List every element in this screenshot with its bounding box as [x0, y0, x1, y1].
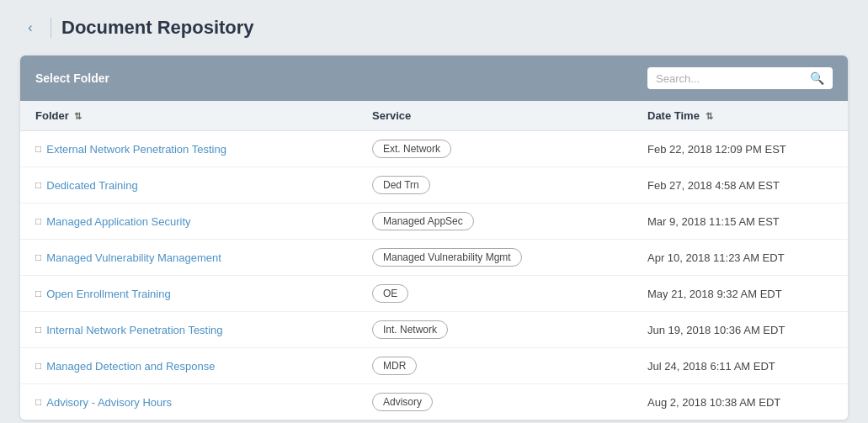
table-row[interactable]: □ Internal Network Penetration Testing I…: [20, 312, 848, 348]
service-cell: Advisory: [372, 393, 647, 411]
table-row[interactable]: □ Advisory - Advisory Hours Advisory Aug…: [20, 384, 848, 420]
date-cell: Feb 22, 2018 12:09 PM EST: [647, 143, 833, 156]
service-cell: Managed AppSec: [372, 212, 647, 230]
date-cell: Mar 9, 2018 11:15 AM EST: [647, 215, 833, 228]
date-cell: Feb 27, 2018 4:58 AM EST: [647, 179, 833, 192]
folder-link[interactable]: Managed Application Security: [46, 215, 190, 228]
table-row[interactable]: □ External Network Penetration Testing E…: [20, 131, 848, 167]
page-header: ‹ Document Repository: [20, 17, 848, 39]
service-cell: Managed Vulnerability Mgmt: [372, 248, 647, 267]
folder-icon: □: [35, 396, 41, 408]
table-row[interactable]: □ Open Enrollment Training OE May 21, 20…: [20, 276, 848, 312]
page-wrapper: ‹ Document Repository Select Folder 🔍 Fo…: [0, 0, 868, 423]
folder-icon: □: [35, 360, 41, 372]
folder-icon: □: [35, 215, 41, 227]
card-header-title: Select Folder: [35, 71, 109, 85]
service-badge: MDR: [372, 357, 417, 375]
folder-link[interactable]: Advisory - Advisory Hours: [46, 396, 172, 409]
service-cell: Int. Network: [372, 320, 647, 339]
folder-link[interactable]: Internal Network Penetration Testing: [46, 324, 222, 336]
search-box: 🔍: [647, 67, 833, 89]
folder-cell: □ Managed Vulnerability Management: [35, 251, 372, 264]
service-cell: OE: [372, 284, 647, 303]
search-icon: 🔍: [810, 71, 824, 85]
service-badge: Ext. Network: [372, 140, 451, 158]
service-cell: Ded Trn: [372, 176, 647, 194]
card-header: Select Folder 🔍: [20, 56, 848, 101]
service-badge: Int. Network: [372, 320, 448, 339]
folder-icon: □: [35, 143, 41, 155]
table-row[interactable]: □ Managed Detection and Response MDR Jul…: [20, 348, 848, 384]
folder-cell: □ Dedicated Training: [35, 179, 372, 192]
table-row[interactable]: □ Managed Application Security Managed A…: [20, 204, 848, 240]
service-cell: MDR: [372, 357, 647, 375]
date-cell: Jun 19, 2018 10:36 AM EDT: [647, 324, 833, 336]
service-badge: Managed Vulnerability Mgmt: [372, 248, 522, 267]
service-badge: Managed AppSec: [372, 212, 474, 230]
back-button[interactable]: ‹: [20, 18, 40, 38]
table-header: Folder ⇅ Service Date Time ⇅: [20, 101, 848, 131]
folder-link[interactable]: Dedicated Training: [46, 179, 137, 192]
service-badge: OE: [372, 284, 408, 303]
header-divider: [51, 18, 51, 38]
folder-link[interactable]: External Network Penetration Testing: [46, 143, 226, 156]
folder-icon: □: [35, 179, 41, 191]
column-header-folder[interactable]: Folder ⇅: [35, 109, 372, 122]
date-cell: May 21, 2018 9:32 AM EDT: [647, 288, 833, 300]
folder-icon: □: [35, 288, 41, 299]
folder-cell: □ Open Enrollment Training: [35, 288, 372, 300]
table-row[interactable]: □ Managed Vulnerability Management Manag…: [20, 240, 848, 276]
datetime-sort-icon: ⇅: [706, 111, 713, 121]
folder-icon: □: [35, 324, 41, 336]
date-cell: Apr 10, 2018 11:23 AM EDT: [647, 251, 833, 264]
page-title: Document Repository: [61, 17, 254, 39]
date-cell: Jul 24, 2018 6:11 AM EDT: [647, 360, 833, 373]
folder-cell: □ External Network Penetration Testing: [35, 143, 372, 156]
service-badge: Advisory: [372, 393, 433, 411]
folder-link[interactable]: Managed Detection and Response: [46, 360, 215, 373]
date-cell: Aug 2, 2018 10:38 AM EDT: [647, 396, 833, 409]
folder-link[interactable]: Open Enrollment Training: [46, 288, 170, 300]
service-badge: Ded Trn: [372, 176, 430, 194]
table-body: □ External Network Penetration Testing E…: [20, 131, 848, 420]
folder-link[interactable]: Managed Vulnerability Management: [46, 251, 221, 264]
column-header-service: Service: [372, 109, 647, 122]
folder-sort-icon: ⇅: [74, 111, 82, 121]
main-card: Select Folder 🔍 Folder ⇅ Service Date Ti…: [20, 56, 848, 420]
search-input[interactable]: [656, 72, 805, 85]
folder-cell: □ Managed Detection and Response: [35, 360, 372, 373]
folder-cell: □ Advisory - Advisory Hours: [35, 396, 372, 409]
service-cell: Ext. Network: [372, 140, 647, 158]
column-header-datetime[interactable]: Date Time ⇅: [647, 109, 833, 122]
folder-cell: □ Internal Network Penetration Testing: [35, 324, 372, 336]
folder-icon: □: [35, 251, 41, 263]
folder-cell: □ Managed Application Security: [35, 215, 372, 228]
table-row[interactable]: □ Dedicated Training Ded Trn Feb 27, 201…: [20, 167, 848, 204]
